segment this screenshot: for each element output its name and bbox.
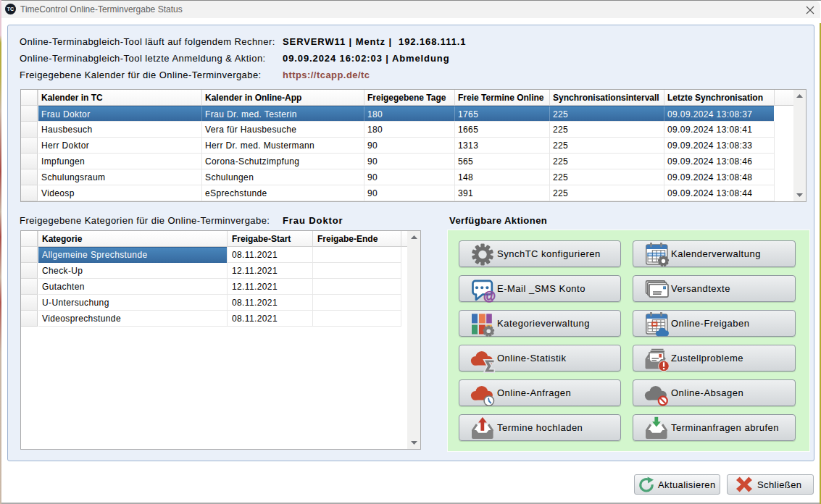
svg-text:@: @: [483, 289, 496, 303]
